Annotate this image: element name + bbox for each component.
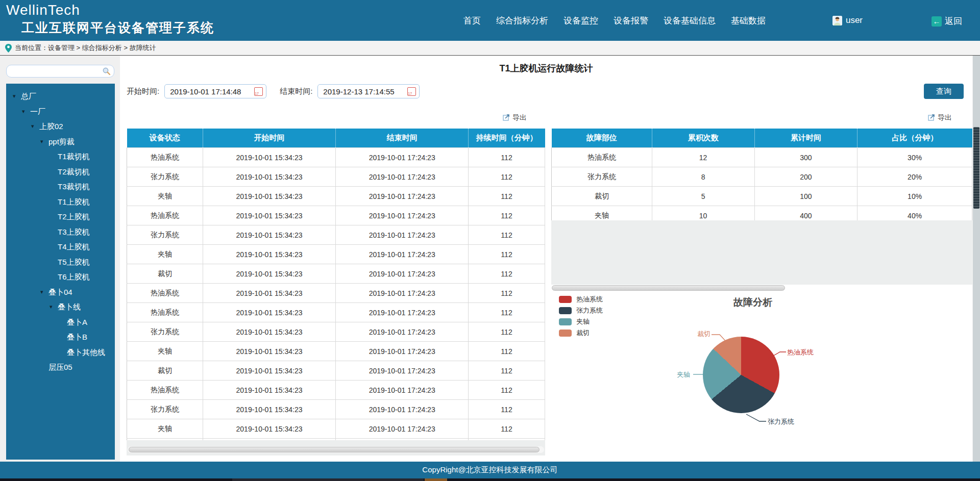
export-left-button[interactable]: 导出 <box>503 113 527 122</box>
pie-label: 裁切 <box>697 330 710 339</box>
table-row[interactable]: 夹轴1040040% <box>552 206 972 221</box>
table-cell: 夹轴 <box>127 342 203 361</box>
end-time-label: 结束时间: <box>280 87 312 96</box>
table-cell: 2019-10-01 15:34:23 <box>203 361 336 381</box>
start-time-input[interactable] <box>164 84 266 98</box>
table-cell: 2019-10-01 17:24:23 <box>336 245 469 264</box>
caret-down-icon: ▾ <box>31 119 39 134</box>
table-cell: 2019-10-01 17:24:23 <box>336 361 469 381</box>
table-row[interactable]: 张力系统2019-10-01 15:34:232019-10-01 17:24:… <box>127 400 545 419</box>
table-cell: 8 <box>652 167 754 187</box>
tree-node[interactable]: 叠卜其他线 <box>6 345 115 360</box>
status-table-panel: 设备状态开始时间结束时间持续时间（分钟）热油系统2019-10-01 15:34… <box>127 129 545 440</box>
table-row[interactable]: 裁切510010% <box>552 187 972 206</box>
calendar-icon-day: 17 <box>408 92 412 95</box>
breadcrumb: 当前位置： 设备管理 > 综合指标分析 > 故障统计 <box>0 41 980 56</box>
back-arrow-icon: ← <box>932 16 942 27</box>
table-cell: 2019-10-01 15:34:23 <box>203 148 336 167</box>
table-row[interactable]: 热油系统2019-10-01 15:34:232019-10-01 17:24:… <box>127 284 545 303</box>
main-nav: 首页综合指标分析设备监控设备报警设备基础信息基础数据 <box>463 0 766 41</box>
pie-label: 热油系统 <box>787 348 814 357</box>
table-cell: 2019-10-01 15:34:23 <box>203 400 336 419</box>
horizontal-scrollbar-thumb[interactable] <box>129 447 540 452</box>
table-header-row: 设备状态开始时间结束时间持续时间（分钟） <box>127 129 545 148</box>
tree-node[interactable]: T1裁切机 <box>6 149 115 164</box>
column-header: 累积次数 <box>652 129 754 148</box>
table-cell: 热油系统 <box>552 148 652 167</box>
user-menu[interactable]: user <box>832 15 863 26</box>
column-header: 持续时间（分钟） <box>469 129 545 148</box>
calendar-icon[interactable]: 17 <box>254 87 263 96</box>
nav-item[interactable]: 基础数据 <box>731 15 766 27</box>
pie-label-lines <box>551 291 972 462</box>
taskbar-segment <box>232 478 424 481</box>
tree-node[interactable]: T2裁切机 <box>6 164 115 180</box>
table-row[interactable]: 张力系统2019-10-01 15:34:232019-10-01 17:24:… <box>127 322 545 342</box>
start-time-label: 开始时间: <box>127 87 159 96</box>
table-cell: 2019-10-01 17:24:23 <box>336 167 469 187</box>
table-cell: 112 <box>469 419 545 439</box>
fault-analysis-chart: 热油系统张力系统夹轴裁切 故障分析 热油系统 张力系统 夹轴 裁切 <box>551 291 972 462</box>
location-pin-icon <box>5 44 12 53</box>
table-cell: 张力系统 <box>127 225 203 245</box>
tree-node[interactable]: T3裁切机 <box>6 179 115 194</box>
table-row[interactable]: 热油系统2019-10-01 15:34:232019-10-01 17:24:… <box>127 148 545 167</box>
tree-node[interactable]: ▾叠卜04 <box>6 285 115 300</box>
tree-node[interactable]: T5上胶机 <box>6 255 115 270</box>
end-time-input[interactable] <box>317 84 420 98</box>
table-row[interactable]: 热油系统2019-10-01 15:34:232019-10-01 17:24:… <box>127 381 545 400</box>
taskbar-segment <box>425 478 447 481</box>
export-right-button[interactable]: 导出 <box>928 113 952 122</box>
tree-node[interactable]: ▾一厂 <box>6 104 115 119</box>
table-cell: 张力系统 <box>127 400 203 419</box>
tree-node-label: 层压05 <box>48 360 72 375</box>
tree-node[interactable]: ▾叠卜线 <box>6 299 115 315</box>
caret-down-icon: ▾ <box>50 299 58 315</box>
tree-node[interactable]: ▾上胶02 <box>6 119 115 134</box>
table-cell: 2019-10-01 17:24:23 <box>336 187 469 206</box>
table-row[interactable]: 裁切2019-10-01 15:34:232019-10-01 17:24:23… <box>127 264 545 284</box>
table-row[interactable]: 夹轴2019-10-01 15:34:232019-10-01 17:24:23… <box>127 187 545 206</box>
nav-item[interactable]: 设备基础信息 <box>664 15 716 27</box>
horizontal-scrollbar-thumb[interactable] <box>552 285 785 291</box>
tree-node[interactable]: T3上胶机 <box>6 224 115 240</box>
vertical-scrollbar-thumb[interactable] <box>973 127 979 209</box>
tree-node[interactable]: ▾ppt剪裁 <box>6 134 115 149</box>
search-input[interactable] <box>6 65 114 78</box>
table-row[interactable]: 夹轴2019-10-01 15:34:232019-10-01 17:24:23… <box>127 419 545 439</box>
tree-node[interactable]: ▾总厂 <box>6 89 115 104</box>
back-button[interactable]: ← 返回 <box>932 15 962 27</box>
nav-item[interactable]: 综合指标分析 <box>496 15 548 27</box>
table-row[interactable]: 热油系统1230030% <box>552 148 972 167</box>
tree-node[interactable]: T1上胶机 <box>6 194 115 210</box>
tree-node[interactable]: 叠卜A <box>6 315 115 330</box>
tree-node[interactable]: T4上胶机 <box>6 239 115 255</box>
table-cell: 2019-10-01 15:34:23 <box>203 342 336 361</box>
nav-item[interactable]: 首页 <box>463 15 481 27</box>
table-row[interactable]: 热油系统2019-10-01 15:34:232019-10-01 17:24:… <box>127 206 545 225</box>
table-row[interactable]: 张力系统820020% <box>552 167 972 187</box>
nav-item[interactable]: 设备报警 <box>614 15 648 27</box>
table-row[interactable]: 热油系统2019-10-01 15:34:232019-10-01 17:24:… <box>127 303 545 322</box>
sidebar-search <box>6 65 114 78</box>
table-row[interactable]: 张力系统2019-10-01 15:34:232019-10-01 17:24:… <box>127 225 545 245</box>
table-cell: 2019-10-01 15:34:23 <box>203 167 336 187</box>
tree-node[interactable]: 叠卜B <box>6 330 115 345</box>
search-icon[interactable] <box>102 67 111 78</box>
table-row[interactable]: 张力系统2019-10-01 15:34:232019-10-01 17:24:… <box>127 167 545 187</box>
caret-down-icon: ▾ <box>22 104 30 119</box>
tree-node[interactable]: 层压05 <box>6 360 115 375</box>
table-row[interactable]: 夹轴2019-10-01 15:34:232019-10-01 17:24:23… <box>127 245 545 264</box>
tree-node[interactable]: T6上胶机 <box>6 269 115 285</box>
table-cell: 112 <box>469 187 545 206</box>
table-row[interactable]: 裁切2019-10-01 15:34:232019-10-01 17:24:23… <box>127 361 545 381</box>
table-cell: 112 <box>469 264 545 284</box>
nav-item[interactable]: 设备监控 <box>564 15 598 27</box>
calendar-icon[interactable]: 17 <box>407 87 416 96</box>
table-row[interactable]: 夹轴2019-10-01 15:34:232019-10-01 17:24:23… <box>127 342 545 361</box>
tree-node[interactable]: T2上胶机 <box>6 209 115 224</box>
tree-node-label: T3上胶机 <box>58 224 90 240</box>
tree-node-label: T2上胶机 <box>58 209 90 224</box>
query-button[interactable]: 查询 <box>924 84 964 99</box>
table-cell: 张力系统 <box>127 167 203 187</box>
